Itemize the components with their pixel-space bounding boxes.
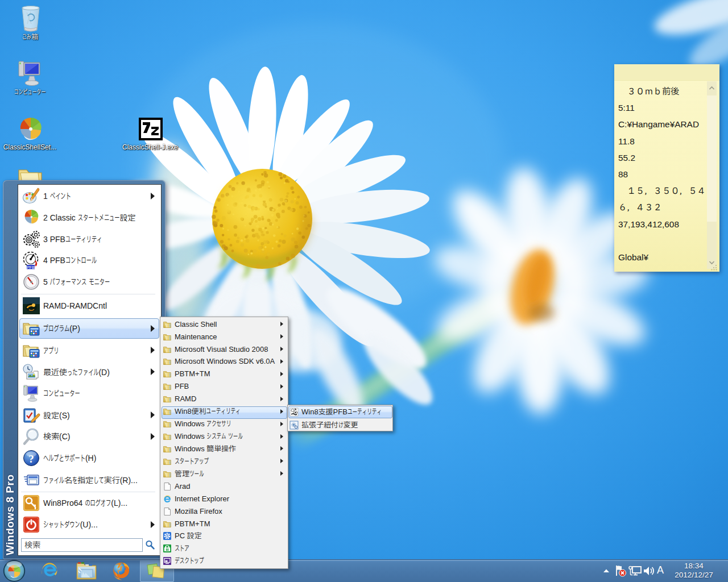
svg-text:?: ? [28, 453, 34, 465]
svg-text:PFB: PFB [27, 265, 35, 269]
